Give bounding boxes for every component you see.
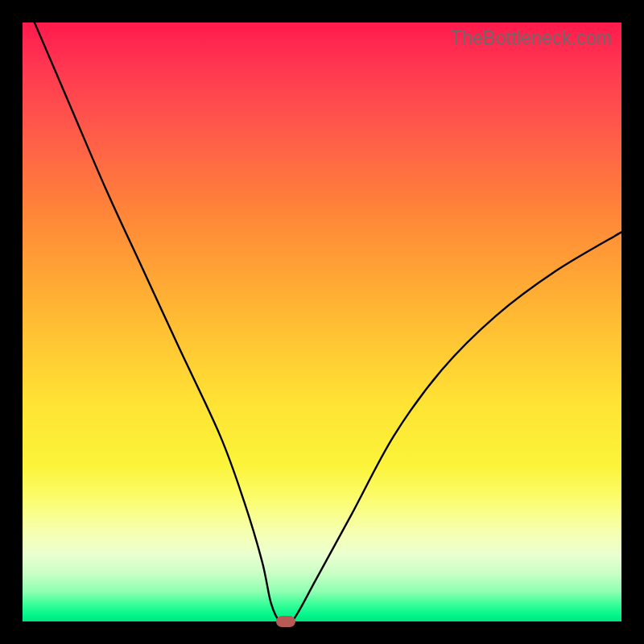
plot-area: TheBottleneck.com: [23, 23, 621, 621]
minimum-marker: [276, 616, 295, 627]
chart-frame: TheBottleneck.com: [0, 0, 644, 644]
bottleneck-curve: [23, 23, 621, 621]
